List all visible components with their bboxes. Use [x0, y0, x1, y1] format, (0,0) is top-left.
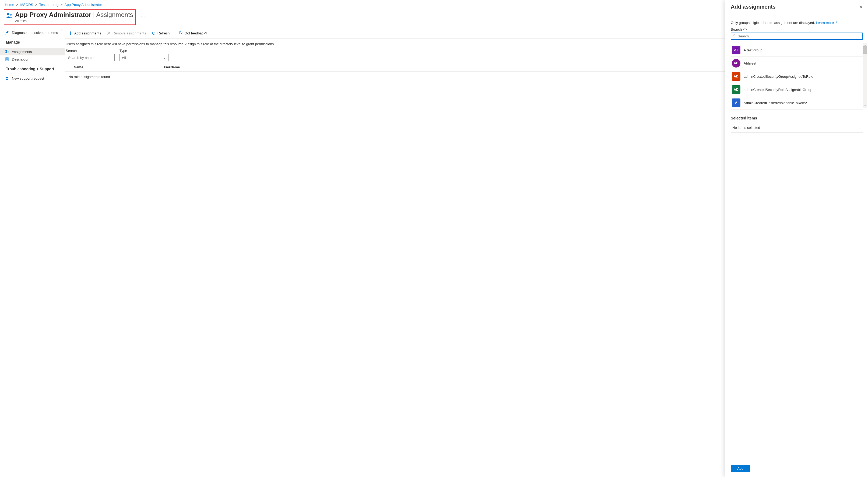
avatar: AB	[732, 59, 740, 67]
scroll-down-icon[interactable]: ▾	[863, 104, 867, 107]
breadcrumb-app-proxy-admin[interactable]: App Proxy Administrator	[64, 3, 102, 7]
add-assignments-button[interactable]: Add assignments	[66, 30, 104, 36]
svg-line-10	[735, 36, 736, 37]
feedback-icon	[179, 31, 183, 35]
type-label: Type	[120, 49, 168, 53]
group-list[interactable]: ATA test groupABAbhijeetADadminCreatedSe…	[731, 43, 863, 109]
sidebar-item-diagnose[interactable]: Diagnose and solve problems	[0, 29, 65, 36]
svg-point-2	[5, 50, 7, 52]
refresh-icon	[152, 31, 156, 35]
chevron-down-icon: ⌄	[163, 56, 166, 60]
list-item[interactable]: ADadminCreatedSecurityRoleAssignableGrou…	[731, 83, 863, 96]
description-icon	[5, 57, 9, 61]
panel-info-text: Only groups eligible for role assignment…	[731, 21, 863, 25]
diagnose-icon	[5, 30, 9, 35]
collapse-sidebar-icon[interactable]: «	[61, 28, 62, 32]
avatar: AT	[732, 46, 740, 54]
refresh-button[interactable]: Refresh	[149, 30, 173, 36]
svg-point-9	[734, 35, 735, 36]
list-item-label: adminCreatedSecurityRoleAssignableGroup	[744, 88, 812, 92]
assignments-icon	[5, 50, 9, 54]
svg-point-1	[10, 14, 11, 16]
svg-rect-4	[6, 58, 8, 61]
sidebar-header-manage: Manage	[1, 36, 64, 46]
list-item-label: adminCreatedSecurityGroupAssignedToRole	[744, 74, 813, 78]
scroll-thumb[interactable]	[863, 46, 867, 54]
svg-point-0	[7, 13, 9, 15]
list-item-label: A test group	[744, 48, 762, 52]
list-item[interactable]: AAdminCreatedUnifiedAssignableToRole2	[731, 96, 863, 109]
list-item-label: Abhijeet	[744, 61, 756, 65]
breadcrumb-test-app-reg[interactable]: Test app reg	[39, 3, 59, 7]
search-icon	[733, 34, 736, 38]
list-item-label: AdminCreatedUnifiedAssignableToRole2	[744, 101, 807, 105]
avatar: AD	[732, 72, 740, 81]
add-assignments-panel: Add assignments ✕ Only groups eligible f…	[725, 0, 868, 477]
role-icon	[6, 12, 13, 19]
plus-icon	[68, 31, 73, 35]
breadcrumb-home[interactable]: Home	[5, 3, 14, 7]
no-items-selected: No items selected	[731, 123, 863, 133]
panel-search-input-wrap[interactable]	[731, 33, 863, 40]
breadcrumb-msods[interactable]: MSODS	[21, 3, 33, 7]
header-highlight: App Proxy Administrator | Assignments Al…	[4, 9, 136, 25]
scroll-up-icon[interactable]: ▴	[863, 43, 867, 46]
avatar: AD	[732, 85, 740, 94]
panel-search-input[interactable]	[737, 34, 861, 39]
sidebar-item-assignments[interactable]: Assignments	[0, 48, 65, 56]
avatar: A	[732, 98, 740, 107]
scrollbar[interactable]: ▴ ▾	[863, 43, 867, 107]
more-button[interactable]: …	[141, 13, 145, 18]
page-title: App Proxy Administrator | Assignments	[15, 11, 133, 19]
sidebar-item-description[interactable]: Description	[0, 56, 65, 63]
panel-title: Add assignments	[731, 4, 776, 10]
support-icon	[5, 76, 9, 81]
svg-point-7	[6, 77, 8, 78]
remove-assignments-button: Remove assignments	[104, 30, 149, 36]
sidebar-item-support[interactable]: New support request	[0, 74, 65, 82]
close-icon[interactable]: ✕	[859, 4, 863, 9]
x-icon	[106, 31, 111, 35]
learn-more-link[interactable]: Learn more	[816, 21, 838, 25]
selected-items-header: Selected items	[731, 116, 863, 120]
sidebar-header-troubleshoot: Troubleshooting + Support	[1, 63, 64, 73]
feedback-button[interactable]: Got feedback?	[176, 30, 210, 36]
list-item[interactable]: ABAbhijeet	[731, 57, 863, 70]
sidebar: « Diagnose and solve problems Manage Ass…	[0, 28, 65, 477]
column-name[interactable]: Name	[66, 65, 162, 69]
list-item[interactable]: ADadminCreatedSecurityGroupAssignedToRol…	[731, 70, 863, 83]
search-label: Search	[66, 49, 115, 53]
type-select[interactable]: All ⌄	[120, 54, 168, 61]
svg-point-8	[179, 31, 181, 33]
svg-point-3	[7, 51, 9, 52]
search-input[interactable]	[66, 54, 115, 61]
list-item[interactable]: ATA test group	[731, 43, 863, 57]
add-button[interactable]: Add	[731, 465, 750, 472]
info-icon[interactable]: i	[743, 28, 747, 31]
page-subtitle: All roles	[15, 19, 133, 23]
panel-search-label: Search i	[731, 27, 863, 31]
